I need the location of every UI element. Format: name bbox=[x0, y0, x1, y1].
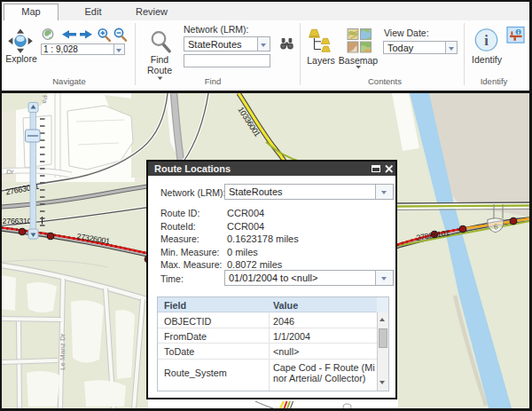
svg-text:i: i bbox=[484, 32, 489, 49]
svg-text:Dr: Dr bbox=[6, 168, 14, 176]
svg-text:Le Manz Dr: Le Manz Dr bbox=[59, 333, 66, 370]
svg-text:Pa: Pa bbox=[41, 95, 49, 104]
